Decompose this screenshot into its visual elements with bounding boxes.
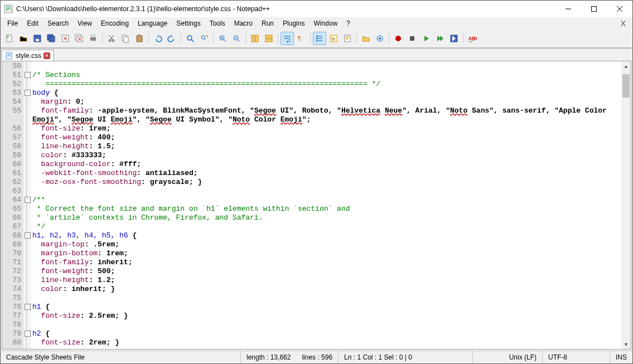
svg-rect-24: [255, 35, 258, 42]
menu-view[interactable]: View: [73, 18, 96, 28]
menu-window[interactable]: Window: [309, 18, 342, 28]
svg-point-3: [7, 36, 9, 38]
svg-rect-25: [265, 35, 272, 38]
vertical-scrollbar[interactable]: ▲ ▼: [621, 61, 631, 349]
copy-icon[interactable]: [119, 32, 132, 45]
status-length: length : 13,662: [241, 351, 296, 363]
svg-text:¶: ¶: [298, 36, 301, 42]
window-title: C:\Users\ \Downloads\hello-elementor.2.3…: [16, 5, 555, 13]
cut-icon[interactable]: [105, 32, 118, 45]
tab-close-icon[interactable]: ✕: [44, 52, 50, 59]
menu-run[interactable]: Run: [257, 18, 278, 28]
menu-help[interactable]: ?: [342, 18, 355, 28]
menu-plugins[interactable]: Plugins: [278, 18, 309, 28]
menu-edit[interactable]: Edit: [22, 18, 43, 28]
menu-language[interactable]: Language: [133, 18, 172, 28]
monitor-icon[interactable]: [373, 32, 386, 45]
menubar-x[interactable]: X: [616, 19, 630, 28]
print-icon[interactable]: [86, 32, 100, 45]
titlebar: C:\Users\ \Downloads\hello-elementor.2.3…: [1, 1, 632, 17]
folder-icon[interactable]: [359, 32, 373, 45]
wrap-icon[interactable]: [281, 32, 294, 45]
zoom-out-icon[interactable]: [230, 32, 243, 45]
menu-tools[interactable]: Tools: [205, 18, 230, 28]
line-gutter: 505152535455 565758596061626364656667686…: [2, 61, 23, 349]
menu-encoding[interactable]: Encoding: [96, 18, 133, 28]
editor[interactable]: 505152535455 565758596061626364656667686…: [2, 61, 631, 350]
statusbar: Cascade Style Sheets File length : 13,66…: [1, 351, 632, 363]
save-macro-icon[interactable]: [447, 32, 461, 45]
toolbar: ¶fxABC: [1, 30, 632, 48]
status-filetype: Cascade Style Sheets File: [1, 351, 240, 363]
open-icon[interactable]: [17, 32, 30, 45]
stop-icon[interactable]: [405, 32, 419, 45]
status-position: Ln : 1 Col : 1 Sel : 0 | 0: [339, 351, 472, 363]
file-icon: [6, 52, 13, 60]
svg-point-32: [379, 37, 381, 40]
scroll-up-icon[interactable]: ▲: [621, 61, 631, 71]
tabstrip: style.css ✕: [1, 48, 632, 61]
find-icon[interactable]: [183, 32, 197, 45]
status-encoding[interactable]: UTF-8: [543, 351, 610, 363]
spellcheck-icon[interactable]: ABC: [466, 32, 479, 45]
scroll-thumb[interactable]: [622, 74, 630, 98]
scroll-down-icon[interactable]: ▼: [621, 339, 631, 349]
svg-text:fx: fx: [331, 36, 336, 42]
indent-guide-icon[interactable]: [313, 32, 326, 45]
tab-label: style.css: [16, 52, 41, 60]
minimize-button[interactable]: [555, 1, 581, 17]
replace-icon[interactable]: [197, 32, 211, 45]
svg-rect-17: [137, 36, 142, 42]
svg-rect-30: [345, 35, 350, 42]
menu-settings[interactable]: Settings: [172, 18, 205, 28]
save-all-icon[interactable]: [45, 32, 58, 45]
svg-rect-1: [592, 7, 597, 12]
menubar: File Edit Search View Encoding Language …: [1, 17, 632, 30]
close-all-icon[interactable]: [73, 32, 86, 45]
menu-file[interactable]: File: [3, 18, 22, 28]
svg-rect-7: [49, 36, 55, 42]
svg-rect-37: [6, 52, 12, 59]
lang-icon[interactable]: fx: [327, 32, 340, 45]
status-ins[interactable]: INS: [610, 351, 632, 363]
sync-v-icon[interactable]: [248, 32, 262, 45]
svg-rect-26: [265, 39, 272, 42]
scroll-track[interactable]: [621, 71, 631, 339]
sync-h-icon[interactable]: [262, 32, 276, 45]
play-icon[interactable]: [419, 32, 433, 45]
close-icon[interactable]: [59, 32, 72, 45]
save-icon[interactable]: [31, 32, 44, 45]
app-window: C:\Users\ \Downloads\hello-elementor.2.3…: [0, 0, 633, 364]
zoom-in-icon[interactable]: [216, 32, 229, 45]
show-all-icon[interactable]: ¶: [294, 32, 308, 45]
svg-rect-12: [91, 35, 95, 37]
status-lines: lines : 596: [296, 351, 338, 363]
close-button[interactable]: [607, 1, 632, 17]
fold-column[interactable]: ------: [23, 61, 31, 349]
undo-icon[interactable]: [151, 32, 165, 45]
menu-macro[interactable]: Macro: [230, 18, 257, 28]
svg-point-33: [395, 36, 401, 41]
svg-point-19: [187, 36, 192, 40]
record-icon[interactable]: [392, 32, 405, 45]
paste-icon[interactable]: [133, 32, 146, 45]
tab-style-css[interactable]: style.css ✕: [2, 50, 54, 61]
app-icon: [4, 4, 13, 13]
status-eol[interactable]: Unix (LF): [504, 351, 542, 363]
new-icon[interactable]: [3, 32, 16, 45]
code-area[interactable]: /* Sections ============================…: [31, 61, 621, 349]
svg-rect-23: [252, 35, 254, 42]
svg-rect-0: [4, 5, 12, 13]
svg-rect-5: [36, 39, 39, 41]
svg-rect-11: [90, 37, 96, 41]
svg-rect-16: [124, 37, 128, 42]
svg-rect-18: [138, 35, 141, 36]
doc-map-icon[interactable]: [341, 32, 354, 45]
svg-rect-34: [410, 36, 414, 41]
play-multi-icon[interactable]: [433, 32, 447, 45]
maximize-button[interactable]: [581, 1, 607, 17]
menu-search[interactable]: Search: [43, 18, 73, 28]
redo-icon[interactable]: [165, 32, 178, 45]
